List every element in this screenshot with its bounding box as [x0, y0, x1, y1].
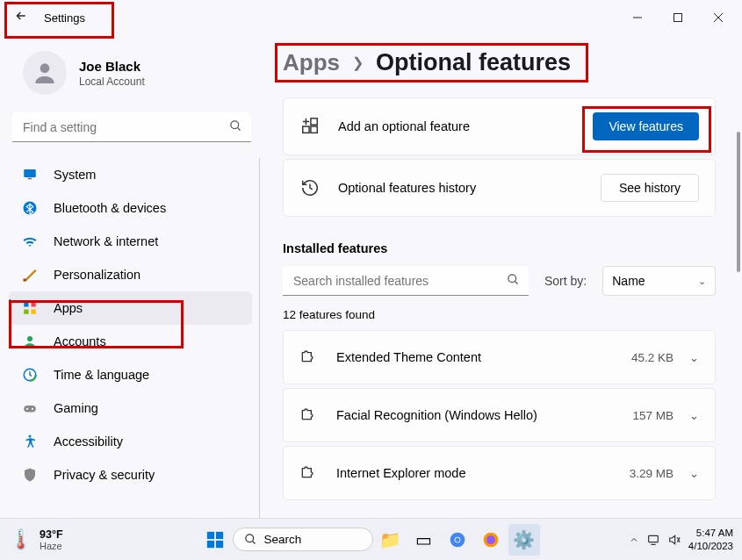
weather-widget[interactable]: 🌡️ 93°F Haze — [9, 528, 63, 551]
chevron-down-icon: ⌄ — [689, 351, 699, 364]
add-feature-card: Add an optional feature View features — [283, 97, 716, 155]
weather-temp: 93°F — [40, 528, 63, 541]
sidebar-item-label: Network & internet — [54, 234, 158, 248]
installed-search-input[interactable] — [283, 266, 529, 296]
sidebar-item-network-internet[interactable]: Network & internet — [0, 225, 259, 258]
taskbar-app-explorer[interactable]: 📁 — [375, 524, 407, 556]
sidebar-item-label: Bluetooth & devices — [54, 201, 166, 215]
chevron-down-icon: ⌄ — [689, 467, 699, 480]
tray-network-icon[interactable] — [646, 533, 660, 547]
sidebar-item-label: Accounts — [54, 334, 106, 348]
page-title: Optional features — [376, 49, 571, 76]
sort-select[interactable]: Name ⌄ — [602, 266, 716, 296]
taskbar-app-taskview[interactable]: ▭ — [408, 524, 440, 556]
scrollbar[interactable] — [737, 132, 740, 272]
svg-rect-22 — [303, 126, 309, 133]
svg-rect-13 — [24, 310, 28, 314]
back-region: Settings — [4, 5, 97, 30]
svg-point-20 — [32, 408, 33, 410]
feature-item[interactable]: Facial Recognition (Windows Hello)157 MB… — [283, 388, 716, 442]
chevron-right-icon: ❯ — [352, 54, 364, 71]
svg-rect-40 — [648, 535, 658, 542]
maximize-button[interactable] — [658, 0, 698, 35]
chevron-down-icon: ⌄ — [698, 276, 706, 287]
sidebar-item-accessibility[interactable]: Accessibility — [0, 425, 259, 458]
tray-volume-icon[interactable] — [667, 533, 681, 547]
feature-item[interactable]: Internet Explorer mode3.29 MB⌄ — [283, 446, 716, 500]
svg-point-27 — [508, 275, 516, 283]
svg-point-39 — [486, 535, 495, 544]
minimize-button[interactable] — [617, 0, 658, 35]
content-area: Apps ❯ Optional features Add an optional… — [263, 35, 742, 518]
back-button[interactable] — [14, 9, 28, 26]
see-history-button[interactable]: See history — [601, 174, 699, 202]
svg-rect-31 — [206, 540, 213, 547]
close-button[interactable] — [698, 0, 738, 35]
tray-expand[interactable] — [629, 535, 639, 545]
start-button[interactable] — [203, 528, 227, 552]
weather-icon: 🌡️ — [9, 528, 32, 551]
taskbar: 🌡️ 93°F Haze Search 📁 ▭ ⚙️ — [0, 518, 742, 560]
sidebar-item-label: Personalization — [54, 268, 140, 282]
sidebar-item-privacy-security[interactable]: Privacy & security — [0, 458, 259, 492]
taskbar-app-settings[interactable]: ⚙️ — [508, 524, 540, 556]
puzzle-icon — [299, 405, 319, 426]
svg-line-6 — [237, 127, 240, 130]
feature-size: 3.29 MB — [630, 467, 674, 480]
taskbar-date: 4/10/2023 — [688, 540, 733, 552]
view-features-button[interactable]: View features — [593, 112, 699, 140]
shield-icon — [22, 467, 38, 483]
svg-rect-30 — [215, 531, 222, 538]
feature-list: Extended Theme Content45.2 KB⌄Facial Rec… — [283, 330, 716, 500]
svg-rect-11 — [24, 302, 28, 306]
taskbar-app-firefox[interactable] — [475, 524, 507, 556]
taskbar-search-label: Search — [264, 533, 302, 546]
feature-item[interactable]: Extended Theme Content45.2 KB⌄ — [283, 330, 716, 384]
installed-header: Installed features — [283, 241, 733, 255]
svg-rect-8 — [28, 178, 32, 180]
sidebar-item-time-language[interactable]: Time & language — [0, 358, 259, 391]
svg-point-5 — [231, 121, 239, 129]
sidebar-item-label: Time & language — [54, 368, 149, 382]
bluetooth-icon — [22, 200, 38, 216]
sidebar-item-accounts[interactable]: Accounts — [0, 325, 259, 358]
sidebar-item-system[interactable]: System — [0, 158, 259, 191]
search-input[interactable] — [12, 112, 251, 142]
svg-point-19 — [26, 408, 28, 410]
taskbar-app-chrome[interactable] — [442, 524, 473, 556]
svg-rect-23 — [311, 126, 317, 133]
puzzle-icon — [299, 347, 319, 368]
sidebar-search[interactable] — [12, 112, 251, 142]
taskbar-search[interactable]: Search — [233, 528, 373, 551]
svg-rect-18 — [24, 406, 36, 413]
taskbar-clock[interactable]: 5:47 AM 4/10/2023 — [688, 527, 733, 552]
svg-rect-1 — [674, 14, 682, 22]
sidebar-item-bluetooth-devices[interactable]: Bluetooth & devices — [0, 191, 259, 225]
title-bar: Settings — [0, 0, 742, 35]
svg-rect-10 — [24, 279, 26, 282]
person-icon — [22, 334, 38, 349]
history-card: Optional features history See history — [283, 159, 716, 217]
svg-point-33 — [245, 535, 253, 542]
breadcrumb-parent[interactable]: Apps — [283, 49, 340, 76]
sidebar-item-label: System — [54, 168, 96, 182]
svg-rect-14 — [32, 310, 36, 314]
user-block[interactable]: Joe Black Local Account — [0, 44, 263, 109]
sidebar-item-apps[interactable]: Apps — [9, 291, 252, 325]
add-feature-label: Add an optional feature — [338, 119, 593, 133]
search-icon — [229, 119, 242, 135]
feature-size: 157 MB — [632, 409, 674, 422]
search-icon — [507, 273, 520, 289]
avatar — [23, 51, 67, 95]
svg-line-28 — [515, 281, 517, 284]
feature-name: Extended Theme Content — [336, 350, 631, 364]
sidebar-item-personalization[interactable]: Personalization — [0, 258, 259, 291]
sidebar-item-gaming[interactable]: Gaming — [0, 391, 259, 425]
gaming-icon — [22, 400, 38, 416]
apps-icon — [22, 300, 38, 316]
installed-search[interactable] — [283, 266, 529, 296]
svg-point-4 — [40, 63, 50, 73]
sidebar-item-label: Apps — [54, 301, 83, 315]
feature-name: Facial Recognition (Windows Hello) — [336, 408, 632, 422]
taskbar-time: 5:47 AM — [688, 527, 733, 539]
